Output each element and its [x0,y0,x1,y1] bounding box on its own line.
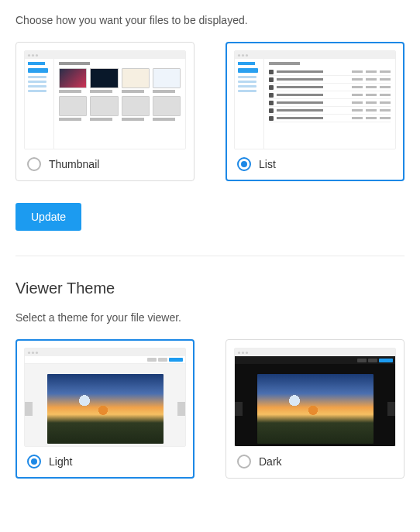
light-preview [24,348,186,447]
display-option-list[interactable]: List [225,42,405,181]
viewer-theme-description: Select a theme for your file viewer. [15,311,405,324]
radio-thumbnail-label: Thumbnail [49,158,99,170]
thumbnail-preview [24,50,186,149]
dark-preview [234,348,396,447]
list-preview [234,50,396,149]
display-option-thumbnail[interactable]: Thumbnail [15,42,195,181]
section-divider [15,256,405,256]
update-button[interactable]: Update [15,203,81,231]
radio-dark-label: Dark [259,455,282,468]
radio-list[interactable] [237,157,251,171]
radio-light[interactable] [27,455,41,469]
viewer-option-light[interactable]: Light [15,339,195,479]
radio-list-label: List [259,158,276,170]
viewer-theme-options: Light Dark [15,339,405,479]
viewer-theme-title: Viewer Theme [15,280,405,297]
radio-thumbnail[interactable] [27,157,41,171]
display-options: Thumbnail [15,42,405,181]
viewer-option-dark[interactable]: Dark [225,339,405,479]
radio-dark[interactable] [237,455,251,469]
display-description: Choose how you want your files to be dis… [15,14,405,26]
radio-light-label: Light [49,455,72,468]
